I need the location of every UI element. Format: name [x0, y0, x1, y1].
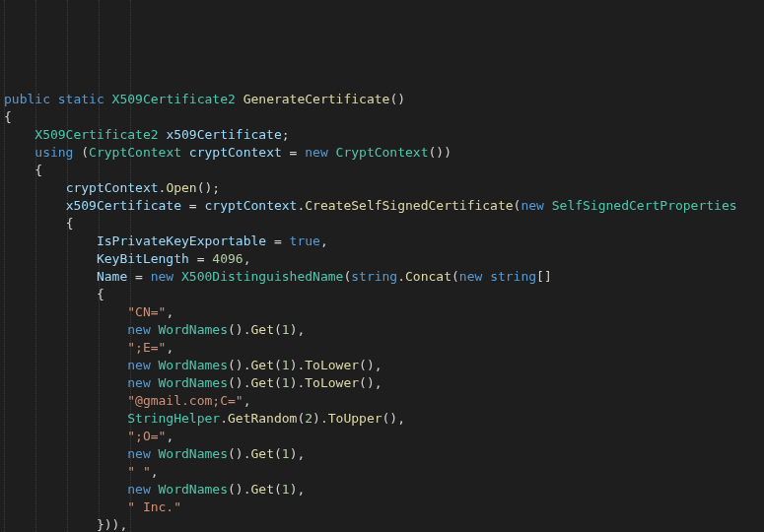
code-line: x509Certificate = cryptContext.CreateSel… — [4, 198, 737, 213]
code-line: new WordNames().Get(1).ToLower(), — [4, 375, 382, 390]
code-line: { — [4, 216, 73, 231]
code-line: "@gmail.com;C=", — [4, 393, 250, 408]
code-line: Name = new X500DistinguishedName(string.… — [4, 269, 552, 284]
code-line: KeyBitLength = 4096, — [4, 251, 250, 266]
code-line: using (CryptContext cryptContext = new C… — [4, 145, 451, 160]
code-line: " ", — [4, 464, 159, 479]
code-line: StringHelper.GetRandom(2).ToUpper(), — [4, 411, 405, 426]
code-line: new WordNames().Get(1), — [4, 322, 305, 337]
code-line: { — [4, 163, 42, 177]
code-editor[interactable]: public static X509Certificate2 GenerateC… — [0, 0, 764, 532]
code-line: public static X509Certificate2 GenerateC… — [4, 92, 405, 106]
code-line: { — [4, 287, 104, 301]
code-line: "CN=", — [4, 304, 174, 319]
code-line: ";E=", — [4, 340, 174, 355]
code-line: X509Certificate2 x509Certificate; — [4, 127, 290, 142]
code-line: })), — [4, 517, 127, 532]
code-line: " Inc." — [4, 499, 181, 514]
code-line: ";O=", — [4, 429, 174, 443]
code-line: IsPrivateKeyExportable = true, — [4, 233, 328, 248]
code-line: { — [4, 109, 12, 124]
code-line: cryptContext.Open(); — [4, 180, 220, 195]
code-line: new WordNames().Get(1).ToLower(), — [4, 358, 382, 372]
code-line: new WordNames().Get(1), — [4, 482, 305, 497]
code-line: new WordNames().Get(1), — [4, 446, 305, 461]
